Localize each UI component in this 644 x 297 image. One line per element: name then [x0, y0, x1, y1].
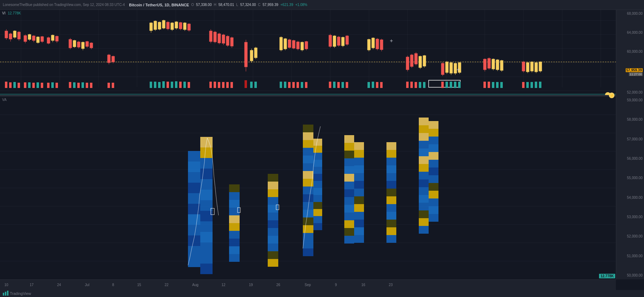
svg-rect-333	[313, 146, 322, 153]
svg-rect-122	[341, 37, 344, 46]
time-aug-12: 12	[221, 283, 225, 287]
va-panel: Cumulative Buy/Sell volumes	[0, 96, 616, 279]
high-value: 58,470.01	[219, 3, 234, 7]
svg-rect-269	[188, 183, 200, 193]
svg-rect-214	[245, 80, 247, 88]
svg-rect-158	[492, 59, 495, 69]
svg-rect-251	[535, 82, 537, 88]
svg-rect-411	[429, 206, 438, 214]
svg-rect-365	[354, 189, 364, 196]
svg-rect-398	[419, 218, 429, 226]
svg-rect-410	[429, 198, 438, 206]
svg-rect-223	[305, 82, 307, 88]
svg-rect-409	[429, 191, 438, 198]
svg-rect-170	[535, 63, 538, 72]
svg-rect-252	[539, 82, 541, 88]
svg-rect-408	[429, 183, 438, 191]
svg-rect-351	[344, 182, 354, 189]
svg-rect-279	[200, 158, 213, 169]
svg-rect-140	[419, 56, 422, 68]
svg-rect-347	[344, 151, 354, 158]
svg-rect-378	[386, 189, 396, 196]
time-sep-9: 9	[335, 283, 337, 287]
close-value: 57,959.39	[263, 3, 279, 7]
change-pct: +1.08%	[295, 3, 307, 7]
svg-rect-189	[56, 83, 58, 88]
svg-rect-50	[73, 40, 76, 47]
va-price-53k: 53,000.00	[618, 215, 643, 220]
svg-rect-28	[13, 31, 16, 37]
svg-rect-357	[344, 228, 354, 236]
svg-rect-362	[354, 165, 364, 173]
svg-rect-100	[254, 48, 257, 58]
svg-rect-150	[454, 63, 457, 73]
svg-rect-48	[69, 39, 72, 48]
ohlc-info: O 57,338.00 H 58,470.01 L 57,324.00 C 57…	[191, 3, 307, 7]
svg-rect-185	[37, 82, 39, 88]
svg-rect-132	[380, 40, 383, 50]
va-price-55k: 55,000.00	[618, 176, 643, 181]
svg-rect-148	[450, 63, 453, 73]
svg-rect-359	[354, 142, 364, 150]
svg-rect-266	[188, 151, 200, 162]
svg-rect-88	[218, 34, 221, 43]
lightning-icon: ⚡	[609, 93, 614, 98]
main-chart-label: VI 12.778K	[2, 11, 21, 15]
svg-rect-286	[200, 232, 213, 242]
svg-rect-397	[419, 210, 429, 218]
main-chart: ⚡	[0, 10, 616, 96]
svg-rect-220	[292, 82, 295, 88]
svg-rect-146	[445, 62, 448, 72]
svg-rect-315	[303, 125, 313, 132]
svg-rect-30	[18, 32, 20, 39]
time-22: 22	[164, 283, 168, 287]
svg-rect-394	[419, 187, 429, 195]
svg-rect-34	[28, 34, 31, 39]
svg-rect-248	[522, 82, 525, 88]
svg-rect-376	[386, 173, 396, 181]
svg-rect-54	[82, 42, 84, 49]
svg-rect-231	[376, 82, 378, 88]
price-axis-va: 59,000.00 58,000.00 57,000.00 56,000.00 …	[616, 96, 644, 279]
svg-rect-106	[288, 40, 291, 48]
publisher-info: LonesomeTheBlue published on TradingView…	[3, 3, 125, 7]
price-64k: 64,000.00	[618, 30, 643, 35]
svg-rect-233	[406, 82, 409, 88]
svg-rect-374	[386, 158, 396, 165]
svg-rect-172	[539, 62, 542, 71]
svg-rect-225	[333, 82, 336, 88]
svg-rect-52	[77, 42, 80, 47]
svg-rect-191	[73, 82, 76, 88]
svg-rect-94	[230, 38, 233, 46]
svg-rect-226	[337, 82, 340, 88]
svg-rect-179	[9, 82, 12, 88]
svg-rect-285	[200, 221, 213, 232]
svg-rect-166	[526, 63, 529, 72]
svg-rect-130	[376, 39, 379, 49]
svg-rect-56	[86, 42, 89, 46]
svg-rect-354	[344, 205, 354, 213]
svg-rect-144	[441, 63, 444, 75]
svg-rect-340	[313, 195, 322, 202]
current-time-badge: 11:27:00	[629, 72, 643, 76]
svg-rect-218	[284, 82, 286, 88]
svg-rect-26	[9, 34, 12, 39]
svg-rect-58	[90, 43, 93, 48]
svg-rect-391	[419, 164, 429, 172]
price-68k: 68,000.00	[618, 11, 643, 16]
svg-rect-108	[292, 40, 295, 48]
svg-rect-342	[313, 209, 322, 216]
svg-rect-68	[158, 22, 161, 29]
svg-rect-282	[200, 190, 213, 200]
symbol-info: Bitcoin / TetherUS, 1D, BINANCE O 57,338…	[129, 3, 307, 7]
svg-rect-316	[303, 132, 313, 140]
open-value: 57,338.00	[196, 3, 212, 7]
vi-indicator-label: VI	[2, 11, 5, 15]
svg-rect-183	[28, 82, 31, 88]
svg-rect-349	[344, 166, 354, 174]
svg-rect-328	[303, 225, 313, 233]
low-value: 57,324.00	[240, 3, 256, 7]
svg-rect-76	[175, 22, 178, 28]
svg-rect-367	[354, 204, 364, 212]
svg-rect-128	[372, 38, 375, 48]
